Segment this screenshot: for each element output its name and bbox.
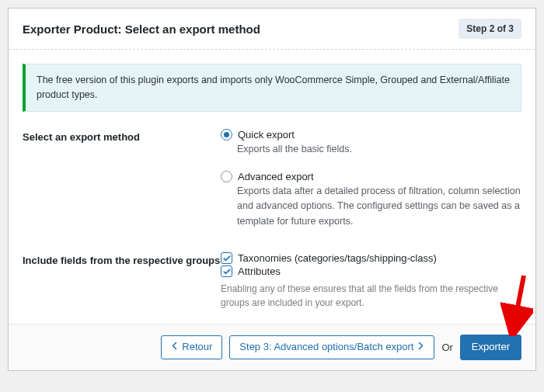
export-wizard-card: Exporter Product: Select an export metho… [8, 8, 536, 371]
quick-export-description: Exports all the basic fields. [237, 142, 521, 157]
notice-text: The free version of this plugin exports … [37, 75, 510, 100]
check-icon [222, 254, 232, 263]
page-title: Exporter Product: Select an export metho… [23, 23, 260, 36]
step-indicator-badge: Step 2 of 3 [459, 19, 521, 39]
taxonomies-label[interactable]: Taxonomies (categories/tags/shipping-cla… [238, 252, 437, 264]
include-fields-label: Include fields from the respective group… [23, 254, 221, 268]
export-method-section: Select an export method Quick export Exp… [9, 123, 535, 247]
chevron-right-icon [417, 341, 424, 354]
advanced-export-radio[interactable] [221, 171, 232, 182]
taxonomies-row: Taxonomies (categories/tags/shipping-cla… [221, 252, 521, 264]
export-button-label: Exporter [472, 341, 510, 354]
taxonomies-checkbox[interactable] [221, 252, 232, 264]
free-version-notice: The free version of this plugin exports … [23, 64, 521, 112]
chevron-left-icon [171, 341, 178, 354]
or-separator: Or [441, 342, 452, 353]
wizard-footer: Retour Step 3: Advanced options/Batch ex… [9, 324, 535, 370]
export-button[interactable]: Exporter [460, 335, 521, 360]
next-step-button[interactable]: Step 3: Advanced options/Batch export [229, 335, 434, 359]
back-button-label: Retour [182, 341, 212, 354]
check-icon [222, 267, 232, 276]
card-header: Exporter Product: Select an export metho… [9, 9, 535, 50]
include-fields-section: Include fields from the respective group… [9, 246, 535, 313]
next-step-label: Step 3: Advanced options/Batch export [239, 341, 413, 354]
attributes-row: Attributes [221, 265, 521, 277]
quick-export-radio[interactable] [221, 129, 232, 140]
back-button[interactable]: Retour [161, 335, 222, 359]
advanced-export-option: Advanced export Exports data after a det… [221, 171, 521, 229]
export-method-label: Select an export method [23, 130, 221, 144]
attributes-label[interactable]: Attributes [238, 265, 281, 277]
quick-export-option: Quick export Exports all the basic field… [221, 129, 521, 157]
advanced-export-label[interactable]: Advanced export [238, 171, 314, 182]
include-fields-helper: Enabling any of these ensures that all t… [221, 282, 521, 310]
attributes-checkbox[interactable] [221, 265, 232, 277]
advanced-export-description: Exports data after a detailed process of… [237, 184, 521, 229]
quick-export-label[interactable]: Quick export [238, 129, 295, 140]
